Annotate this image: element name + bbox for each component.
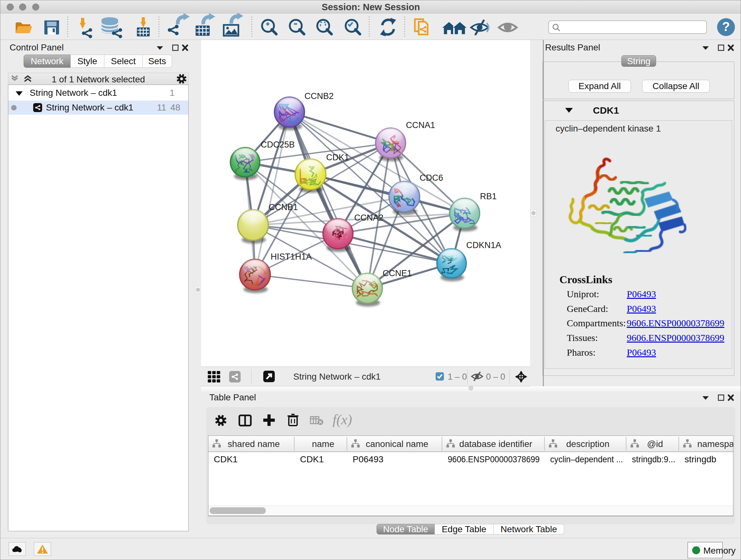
svg-text:CDK1: CDK1 (300, 454, 324, 464)
svg-text:P06493: P06493 (353, 454, 384, 464)
svg-text:9606.ENSP00000378699: 9606.ENSP00000378699 (448, 454, 540, 464)
svg-text:CCNA1: CCNA1 (406, 120, 435, 130)
svg-text:database identifier: database identifier (459, 439, 532, 449)
svg-text:HIST1H1A: HIST1H1A (271, 252, 312, 261)
svg-text:CDK1: CDK1 (214, 454, 238, 464)
svg-text:shared name: shared name (227, 439, 280, 449)
svg-text:CCNB1: CCNB1 (269, 202, 298, 212)
svg-text:cyclin–dependent ...: cyclin–dependent ... (550, 454, 623, 464)
svg-text:CCNE1: CCNE1 (383, 268, 412, 278)
svg-text:stringdb: stringdb (684, 454, 717, 464)
svg-text:CDK1: CDK1 (326, 152, 349, 162)
svg-text:namespace: namespace (697, 439, 733, 449)
svg-text:CCNA2: CCNA2 (354, 213, 384, 223)
svg-text:@id: @id (647, 439, 663, 449)
svg-text:CDKN1A: CDKN1A (466, 240, 501, 250)
svg-text:RB1: RB1 (480, 192, 497, 201)
svg-text:CDC25B: CDC25B (261, 140, 295, 149)
svg-text:CDC6: CDC6 (420, 173, 443, 183)
svg-text:name: name (312, 439, 334, 449)
svg-text:stringdb:9...: stringdb:9... (632, 454, 675, 464)
svg-text:CCNB2: CCNB2 (305, 91, 334, 101)
svg-text:description: description (566, 439, 609, 449)
svg-text:canonical name: canonical name (366, 439, 428, 449)
